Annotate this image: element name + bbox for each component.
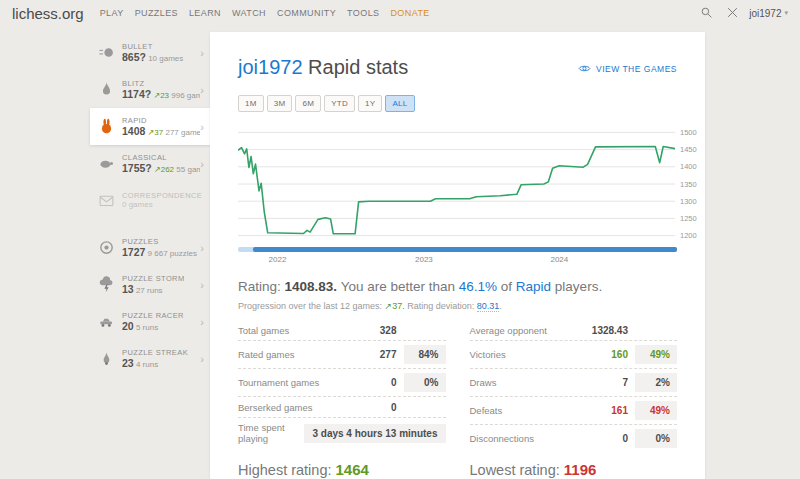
highest-rating-block: Highest rating: 1464 Nov 8, 2021, 11:56 … [238, 461, 446, 479]
progression-summary: Progression over the last 12 games: ↗37.… [238, 301, 677, 311]
sidebar-item-blitz[interactable]: BLITZ 1174? ↗23 996 games › [90, 71, 210, 108]
flame-icon [97, 81, 115, 99]
sidebar-item-rating: 13 [122, 283, 134, 295]
lowest-rating-label: Lowest rating: [470, 462, 560, 478]
sidebar-item-games: 0 games [122, 200, 153, 209]
svg-text:1500: 1500 [680, 128, 697, 137]
svg-text:1450: 1450 [680, 145, 697, 154]
rating-value: 1408.83. [285, 279, 338, 294]
games-stats-table: Total games 328 Rated games 277 84% Tour… [238, 320, 446, 452]
range-tab-all[interactable]: ALL [385, 95, 414, 112]
nav-item-learn[interactable]: LEARN [189, 8, 221, 18]
rating-history-chart[interactable]: 1200125013001350140014501500 [238, 122, 703, 244]
chevron-right-icon: › [200, 279, 206, 291]
time-range-tabs: 1M 3M 6M YTD 1Y ALL [238, 95, 677, 112]
sidebar-item-progression: 37 [154, 128, 163, 137]
view-games-button[interactable]: VIEW THE GAMES [578, 62, 677, 75]
chart-scrollbar-track[interactable] [238, 247, 677, 252]
sidebar-item-classical[interactable]: CLASSICAL 1755? ↗262 55 games › [90, 145, 210, 182]
percentile-value: 46.1% [459, 279, 497, 294]
nav-item-tools[interactable]: TOOLS [347, 8, 379, 18]
nav-item-puzzles[interactable]: PUZZLES [135, 8, 178, 18]
table-row: Victories 160 49% [470, 341, 678, 369]
chevron-right-icon: › [200, 84, 206, 96]
range-tab-ytd[interactable]: YTD [324, 95, 355, 112]
lichess-logo[interactable]: lichess.org [12, 5, 84, 22]
sidebar-item-puzzle-storm[interactable]: PUZZLE STORM 13 27 runs › [90, 266, 210, 303]
nav-item-watch[interactable]: WATCH [232, 8, 266, 18]
nav-item-play[interactable]: PLAY [100, 8, 124, 18]
sidebar-item-puzzles[interactable]: PUZZLES 1727 9 667 puzzles › [90, 229, 210, 266]
table-row: Time spent playing 3 days 4 hours 13 min… [238, 418, 446, 448]
sidebar-item-games: 27 runs [136, 286, 163, 295]
sidebar-item-rating: 23 [122, 357, 134, 369]
svg-text:1400: 1400 [680, 162, 697, 171]
sidebar-item-name: BLITZ [122, 79, 200, 88]
nav-item-community[interactable]: COMMUNITY [277, 8, 336, 18]
nav-item-donate[interactable]: DONATE [390, 8, 429, 18]
chevron-right-icon: › [200, 158, 206, 170]
page-title: joi1972 Rapid stats [238, 56, 408, 79]
storm-icon [97, 276, 115, 294]
sidebar-item-rapid[interactable]: RAPID 1408 ↗37 277 games › [90, 108, 210, 145]
sidebar-item-bullet[interactable]: BULLET 865? 10 games › [90, 34, 210, 71]
sidebar-item-name: PUZZLE STORM [122, 274, 200, 283]
sidebar-item-progression: 23 [160, 91, 169, 100]
table-row: Defeats 161 49% [470, 397, 678, 425]
turtle-icon [97, 155, 115, 173]
chart-xlabels: 202220232024 [238, 254, 677, 267]
sidebar-item-puzzle-racer[interactable]: PUZZLE RACER 20 5 runs › [90, 303, 210, 340]
chevron-right-icon: › [200, 121, 206, 133]
svg-text:1200: 1200 [680, 231, 697, 240]
progress-up-icon: ↗ [154, 165, 161, 174]
rating-chart-svg: 1200125013001350140014501500 [238, 122, 729, 244]
bullet-icon [97, 44, 115, 62]
svg-text:1350: 1350 [680, 180, 697, 189]
streak-flame-icon [97, 350, 115, 368]
main-nav: PLAY PUZZLES LEARN WATCH COMMUNITY TOOLS… [100, 8, 430, 18]
sidebar-item-rating: 1727 [122, 246, 145, 258]
chevron-right-icon: › [200, 47, 206, 59]
variant-link[interactable]: Rapid [516, 279, 551, 294]
progression-value: 37. [392, 301, 405, 311]
table-row: Berserked games 0 [238, 397, 446, 418]
table-row: Disconnections 0 0% [470, 425, 678, 452]
sidebar-item-name: BULLET [122, 42, 200, 51]
sidebar-item-name: RAPID [122, 116, 200, 125]
range-tab-3m[interactable]: 3M [267, 95, 293, 112]
challenges-icon[interactable] [726, 6, 740, 20]
rapid-stats-panel: joi1972 Rapid stats VIEW THE GAMES 1M 3M… [210, 32, 705, 479]
table-row: Average opponent 1328.43 [470, 320, 678, 341]
sidebar-item-games: 5 runs [136, 323, 158, 332]
user-menu[interactable]: joi1972 ▾ [749, 8, 788, 19]
table-row: Draws 7 2% [470, 369, 678, 397]
ratings-sidebar: BULLET 865? 10 games › BLITZ 1174? ↗23 9… [90, 32, 210, 479]
rating-deviation-value[interactable]: 80.31 [477, 301, 500, 312]
chevron-right-icon: › [200, 316, 206, 328]
chart-xtick: 2022 [269, 255, 287, 264]
sidebar-item-rating: 1174? [122, 88, 151, 100]
svg-text:1250: 1250 [680, 214, 697, 223]
highest-rating-value: 1464 [336, 461, 369, 478]
rabbit-icon [97, 118, 115, 136]
range-tab-6m[interactable]: 6M [295, 95, 321, 112]
chevron-down-icon: ▾ [784, 9, 788, 17]
page-title-suffix: Rapid stats [308, 56, 408, 78]
sidebar-item-rating: 865? [122, 51, 146, 63]
username-label: joi1972 [749, 8, 781, 19]
range-tab-1m[interactable]: 1M [238, 95, 264, 112]
sidebar-item-games: 996 games [171, 91, 200, 100]
search-icon[interactable] [700, 6, 714, 20]
sidebar-item-rating: 1755? [122, 162, 152, 174]
chart-xtick: 2024 [550, 255, 568, 264]
sidebar-item-name: PUZZLES [122, 237, 200, 246]
sidebar-item-name: PUZZLE STREAK [122, 348, 200, 357]
range-tab-1y[interactable]: 1Y [358, 95, 382, 112]
rating-label: Rating: [238, 279, 281, 294]
sidebar-item-puzzle-streak[interactable]: PUZZLE STREAK 23 4 runs › [90, 340, 210, 377]
chart-scrollbar-thumb[interactable] [253, 247, 677, 252]
user-profile-link[interactable]: joi1972 [238, 56, 303, 78]
chevron-right-icon: › [200, 242, 206, 254]
table-row: Rated games 277 84% [238, 341, 446, 369]
sidebar-item-games: 9 667 puzzles [148, 249, 197, 258]
